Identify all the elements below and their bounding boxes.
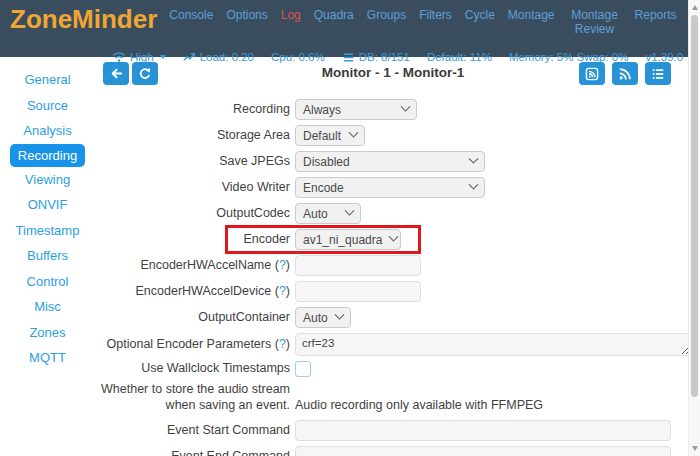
- form-row-outputcodec: OutputCodecAuto: [95, 203, 691, 224]
- selected-value: Encode: [303, 181, 344, 195]
- use-wallclock-timestamps-checkbox[interactable]: [295, 361, 311, 377]
- help-link-optional-encoder-parameters[interactable]: ?: [279, 337, 286, 351]
- vertical-scrollbar[interactable]: [688, 0, 700, 456]
- form-row-optional-encoder-parameters: Optional Encoder Parameters (?): [95, 333, 691, 356]
- main-nav: ConsoleOptionsLogQuadraGroupsFiltersCycl…: [169, 4, 700, 50]
- chevron-down-icon: [345, 206, 355, 216]
- nav-bar: ZoneMinder ConsoleOptionsLogQuadraGroups…: [0, 0, 688, 50]
- field-label-outputcodec: OutputCodec: [95, 206, 290, 222]
- nav-item-montage[interactable]: Montage: [508, 8, 555, 50]
- selected-value: Auto: [303, 311, 328, 325]
- save-jpegs-select[interactable]: Disabled: [295, 151, 485, 172]
- chevron-down-icon: [389, 232, 399, 242]
- outputcodec-select[interactable]: Auto: [295, 203, 361, 224]
- nav-item-options[interactable]: Options: [226, 8, 267, 50]
- recording-settings-form: RecordingAlwaysStorage AreaDefaultSave J…: [95, 99, 691, 456]
- encoderhwaccelname-input[interactable]: [295, 255, 421, 276]
- nav-item-montage-review[interactable]: Montage Review: [568, 8, 622, 50]
- rss-icon: [618, 67, 632, 81]
- storage-area-select[interactable]: Default: [295, 125, 365, 146]
- form-row-encoderhwaccelname: EncoderHWAccelName (?): [95, 255, 691, 276]
- rss-button[interactable]: [612, 62, 638, 85]
- video-writer-select[interactable]: Encode: [295, 177, 485, 198]
- nav-item-quadra[interactable]: Quadra: [314, 8, 354, 50]
- list-button[interactable]: [645, 62, 671, 85]
- sidebar-item-viewing[interactable]: Viewing: [0, 167, 95, 193]
- sidebar-item-control[interactable]: Control: [0, 269, 95, 295]
- form-row-event-end-command: Event End Command: [95, 446, 691, 456]
- toolbar-right: [579, 62, 671, 85]
- field-label-save-jpegs: Save JPEGs: [95, 154, 290, 170]
- field-label-encoderhwacceldevice: EncoderHWAccelDevice (?): [95, 284, 290, 300]
- event-start-command-input[interactable]: [295, 420, 671, 441]
- sidebar-item-timestamp[interactable]: Timestamp: [0, 218, 95, 244]
- selected-value: Always: [303, 103, 341, 117]
- field-label-encoder: Encoder: [95, 232, 290, 248]
- form-row-event-start-command: Event Start Command: [95, 420, 691, 441]
- rss-square-button[interactable]: [579, 62, 605, 85]
- nav-item-groups[interactable]: Groups: [367, 8, 406, 50]
- sidebar-item-recording[interactable]: Recording: [10, 144, 85, 167]
- outputcontainer-select[interactable]: Auto: [295, 307, 351, 328]
- selected-value: Auto: [303, 207, 328, 221]
- sidebar-item-source[interactable]: Source: [0, 93, 95, 119]
- form-row-storage-area: Storage AreaDefault: [95, 125, 691, 146]
- field-label-event-start-command: Event Start Command: [95, 423, 290, 439]
- sidebar-item-onvif[interactable]: ONVIF: [0, 192, 95, 218]
- optional-encoder-parameters-textarea[interactable]: [295, 333, 691, 356]
- monitor-tabs-sidebar: GeneralSourceAnalysisRecordingViewingONV…: [0, 57, 95, 456]
- field-label-encoderhwaccelname: EncoderHWAccelName (?): [95, 258, 290, 274]
- chevron-down-icon: [335, 310, 345, 320]
- sidebar-item-general[interactable]: General: [0, 67, 95, 93]
- recording-select[interactable]: Always: [295, 99, 417, 120]
- rss-square-icon: [585, 67, 599, 81]
- nav-item-filters[interactable]: Filters: [419, 8, 452, 50]
- zoneminder-page: ZoneMinder ConsoleOptionsLogQuadraGroups…: [0, 0, 688, 456]
- sidebar-item-mqtt[interactable]: MQTT: [0, 345, 95, 371]
- selected-value: Disabled: [303, 155, 350, 169]
- encoder-select[interactable]: av1_ni_quadra: [295, 229, 401, 250]
- field-label-video-writer: Video Writer: [95, 180, 290, 196]
- field-label-storage-area: Storage Area: [95, 128, 290, 144]
- chevron-down-icon: [349, 128, 359, 138]
- event-end-command-input[interactable]: [295, 446, 671, 456]
- form-row-encoderhwacceldevice: EncoderHWAccelDevice (?): [95, 281, 691, 302]
- nav-item-reports[interactable]: Reports: [635, 8, 677, 50]
- form-row-recording: RecordingAlways: [95, 99, 691, 120]
- chevron-down-icon: [469, 154, 479, 164]
- encoderhwacceldevice-input[interactable]: [295, 281, 421, 302]
- field-label-event-end-command: Event End Command: [95, 449, 290, 456]
- content-area: GeneralSourceAnalysisRecordingViewingONV…: [0, 57, 688, 456]
- form-row-video-writer: Video WriterEncode: [95, 177, 691, 198]
- chevron-down-icon: [401, 102, 411, 112]
- app-logo[interactable]: ZoneMinder: [10, 4, 157, 34]
- sidebar-item-misc[interactable]: Misc: [0, 294, 95, 320]
- field-label-outputcontainer: OutputContainer: [95, 310, 290, 326]
- sidebar-item-buffers[interactable]: Buffers: [0, 243, 95, 269]
- app-header: ZoneMinder ConsoleOptionsLogQuadraGroups…: [0, 0, 688, 57]
- static-note: Audio recording only available with FFMP…: [295, 398, 543, 413]
- toolbar: Monitor - 1 - Monitor-1: [95, 62, 691, 86]
- nav-item-cycle[interactable]: Cycle: [465, 8, 495, 50]
- form-row-whether-to-store-the-audio-stream-when-saving-an-event: Whether to store the audio stream when s…: [95, 382, 691, 413]
- field-label-recording: Recording: [95, 102, 290, 118]
- scroll-up-arrow-icon[interactable]: [692, 5, 698, 10]
- scroll-down-arrow-icon[interactable]: [692, 446, 698, 451]
- field-label-whether-to-store-the-audio-stream-when-saving-an-event: Whether to store the audio stream when s…: [95, 382, 290, 413]
- scrollbar-thumb[interactable]: [691, 15, 698, 397]
- help-link-encoderhwacceldevice[interactable]: ?: [279, 284, 286, 298]
- monitor-form-panel: Monitor - 1 - Monitor-1: [95, 57, 691, 456]
- form-row-outputcontainer: OutputContainerAuto: [95, 307, 691, 328]
- sidebar-item-zones[interactable]: Zones: [0, 320, 95, 346]
- sidebar-item-analysis[interactable]: Analysis: [0, 118, 95, 144]
- selected-value: av1_ni_quadra: [303, 233, 382, 247]
- form-row-use-wallclock-timestamps: Use Wallclock Timestamps: [95, 361, 691, 377]
- field-label-optional-encoder-parameters: Optional Encoder Parameters (?): [95, 337, 290, 353]
- nav-item-console[interactable]: Console: [169, 8, 213, 50]
- form-row-save-jpegs: Save JPEGsDisabled: [95, 151, 691, 172]
- selected-value: Default: [303, 129, 341, 143]
- field-label-use-wallclock-timestamps: Use Wallclock Timestamps: [95, 361, 290, 377]
- chevron-down-icon: [469, 180, 479, 190]
- help-link-encoderhwaccelname[interactable]: ?: [279, 258, 286, 272]
- nav-item-log[interactable]: Log: [281, 8, 301, 50]
